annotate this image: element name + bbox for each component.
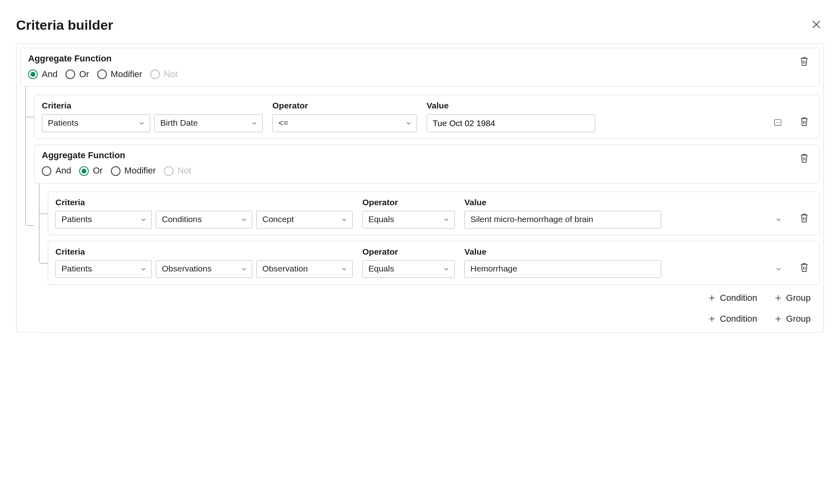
add-group-label: Group (786, 314, 811, 324)
add-group-button[interactable]: Group (773, 290, 812, 306)
add-group-button[interactable]: Group (773, 311, 812, 326)
plus-icon (774, 294, 782, 302)
chevron-down-icon (775, 216, 782, 223)
radio-modifier[interactable]: Modifier (97, 69, 142, 80)
criteria-select-entity-value: Patients (42, 114, 150, 132)
radio-or[interactable]: Or (79, 165, 102, 177)
delete-condition-button[interactable] (797, 210, 812, 227)
aggregate-radio-group: And Or Modifier Not (28, 69, 789, 80)
aggregate-function-label: Aggregate Function (28, 53, 789, 65)
svg-point-1 (776, 122, 777, 123)
radio-and-label: And (55, 165, 71, 177)
add-group-label: Group (786, 293, 811, 303)
operator-label: Operator (362, 246, 455, 257)
value-lookup[interactable]: Hemorrhage (464, 260, 787, 278)
criteria-label: Criteria (55, 246, 353, 257)
trash-icon (799, 116, 809, 127)
group-footer-actions: Condition Group (20, 306, 820, 326)
value-lookup-value: Hemorrhage (464, 260, 661, 278)
svg-point-2 (777, 122, 778, 123)
value-label: Value (427, 100, 787, 111)
group-header: Aggregate Function And Or Modifier Not (20, 48, 820, 87)
operator-select[interactable]: Equals (362, 260, 455, 278)
close-icon (811, 19, 822, 30)
date-picker-button[interactable] (773, 118, 782, 129)
operator-select[interactable]: <= (272, 114, 417, 132)
operator-label: Operator (272, 100, 417, 111)
group-root: Aggregate Function And Or Modifier Not (20, 48, 820, 326)
value-lookup[interactable]: Silent micro-hemorrhage of brain (464, 211, 787, 229)
radio-and-label: And (42, 69, 57, 80)
radio-modifier[interactable]: Modifier (111, 165, 156, 177)
value-label: Value (464, 246, 787, 257)
radio-not: Not (164, 165, 191, 177)
radio-and[interactable]: And (42, 165, 71, 177)
operator-label: Operator (362, 197, 455, 208)
group-header: Aggregate Function And Or Modifier Not (34, 145, 820, 184)
plus-icon (774, 315, 782, 323)
delete-condition-button[interactable] (797, 259, 812, 276)
value-date-input-wrap (427, 114, 787, 132)
aggregate-function-label: Aggregate Function (42, 150, 789, 161)
criteria-select-field[interactable]: Birth Date (154, 114, 263, 132)
delete-condition-button[interactable] (797, 113, 812, 131)
condition-row: Criteria Patients Observations (48, 241, 820, 285)
criteria-select-1-value: Observations (156, 260, 252, 278)
criteria-select-2-value: Observation (256, 260, 353, 278)
plus-icon (708, 315, 716, 323)
add-condition-button[interactable]: Condition (706, 290, 759, 306)
delete-group-button[interactable] (797, 150, 812, 167)
trash-icon (799, 261, 809, 273)
operator-select-value: Equals (362, 211, 455, 229)
radio-or-label: Or (93, 165, 102, 177)
radio-and[interactable]: And (28, 69, 57, 80)
radio-not-label: Not (164, 69, 178, 80)
criteria-select-entity[interactable]: Patients (42, 114, 150, 132)
criteria-select-field-value: Birth Date (154, 114, 263, 132)
condition-row: Criteria Patients Conditions (48, 192, 820, 235)
page-title: Criteria builder (16, 16, 113, 34)
criteria-select-entity-value: Patients (55, 211, 152, 229)
group-children: Criteria Patients Birth Date (34, 87, 820, 306)
value-date-input[interactable] (427, 114, 595, 132)
group-footer-actions: Condition Group (34, 285, 820, 306)
trash-icon (799, 152, 809, 163)
trash-icon (799, 55, 809, 67)
criteria-label: Criteria (55, 197, 353, 208)
criteria-select-1[interactable]: Observations (156, 260, 252, 278)
operator-select-value: Equals (362, 260, 455, 278)
add-condition-button[interactable]: Condition (706, 311, 759, 326)
plus-icon (708, 294, 716, 302)
trash-icon (799, 212, 809, 223)
criteria-select-entity[interactable]: Patients (55, 211, 152, 229)
delete-group-button[interactable] (797, 53, 812, 70)
calendar-icon (773, 118, 782, 127)
aggregate-radio-group: And Or Modifier Not (42, 165, 789, 177)
criteria-select-1-value: Conditions (156, 211, 252, 229)
value-label: Value (464, 197, 787, 208)
group-children: Criteria Patients Conditions (48, 184, 820, 285)
radio-or[interactable]: Or (65, 69, 89, 80)
operator-select[interactable]: Equals (362, 211, 455, 229)
svg-point-3 (779, 122, 780, 123)
operator-select-value: <= (272, 114, 417, 132)
value-lookup-value: Silent micro-hemorrhage of brain (464, 211, 661, 229)
radio-modifier-label: Modifier (111, 69, 142, 80)
condition-row: Criteria Patients Birth Date (34, 95, 820, 139)
criteria-select-entity-value: Patients (55, 260, 152, 278)
criteria-select-entity[interactable]: Patients (55, 260, 152, 278)
criteria-select-2[interactable]: Concept (256, 211, 353, 229)
criteria-select-2[interactable]: Observation (256, 260, 353, 278)
add-condition-label: Condition (720, 314, 757, 324)
criteria-label: Criteria (42, 100, 263, 111)
radio-not: Not (150, 69, 178, 80)
radio-not-label: Not (178, 165, 191, 177)
radio-modifier-label: Modifier (125, 165, 156, 177)
nested-group: Aggregate Function And Or Modifier Not (34, 145, 820, 306)
criteria-select-2-value: Concept (256, 211, 353, 229)
radio-or-label: Or (79, 69, 89, 80)
add-condition-label: Condition (720, 293, 757, 303)
criteria-select-1[interactable]: Conditions (156, 211, 252, 229)
builder-container: Aggregate Function And Or Modifier Not (16, 43, 824, 333)
close-button[interactable] (809, 17, 824, 33)
